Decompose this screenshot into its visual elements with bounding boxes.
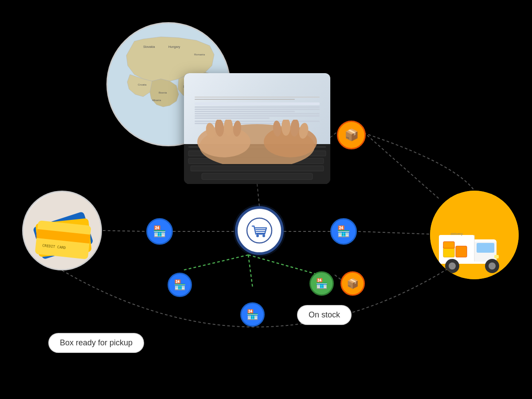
store-icon-left: 🏪 xyxy=(153,225,166,238)
svg-line-8 xyxy=(248,255,253,288)
package-icon-top: 📦 xyxy=(344,128,359,142)
svg-line-1 xyxy=(103,231,146,231)
svg-text:Hungary: Hungary xyxy=(168,45,180,49)
svg-rect-59 xyxy=(494,255,499,258)
svg-point-28 xyxy=(264,126,317,157)
cart-center-bubble[interactable] xyxy=(235,206,284,255)
store-bubble-right[interactable]: 🏪 xyxy=(330,218,357,245)
box-pickup-text: Box ready for pickup xyxy=(60,338,133,347)
on-stock-badge: On stock xyxy=(297,305,352,325)
store-icon-right: 🏪 xyxy=(337,225,350,238)
store-bubble-lower-left[interactable]: 🏪 xyxy=(168,273,192,297)
delivery-van-image: delivery xyxy=(430,191,519,279)
svg-text:delivery: delivery xyxy=(450,232,463,236)
svg-rect-58 xyxy=(443,242,454,248)
package-bubble-lower[interactable]: 📦 xyxy=(340,271,365,296)
store-bubble-left[interactable]: 🏪 xyxy=(146,218,173,245)
store-icon-bottom: 🏪 xyxy=(246,309,258,321)
svg-line-6 xyxy=(364,132,439,199)
svg-point-53 xyxy=(449,262,456,270)
store-bubble-bottom[interactable]: 🏪 xyxy=(240,302,265,327)
svg-rect-51 xyxy=(477,243,494,253)
svg-point-55 xyxy=(489,262,496,270)
svg-text:Bosnia: Bosnia xyxy=(159,91,167,94)
package-icon-lower: 📦 xyxy=(347,278,359,289)
svg-text:Romania: Romania xyxy=(194,53,205,56)
svg-line-0 xyxy=(257,184,259,206)
svg-text:Croatia: Croatia xyxy=(138,83,147,86)
laptop-image xyxy=(184,73,330,184)
svg-point-66 xyxy=(256,235,259,237)
svg-line-5 xyxy=(330,132,337,137)
store-icon-lower-left: 🏪 xyxy=(174,279,186,291)
store-icon-lower-right: 🏪 xyxy=(316,278,328,289)
svg-point-67 xyxy=(262,235,265,237)
svg-line-9 xyxy=(248,255,319,275)
diagram-scene: .dash-line { stroke: #555; stroke-width:… xyxy=(0,0,532,399)
svg-point-62 xyxy=(247,218,272,243)
svg-line-7 xyxy=(182,255,248,270)
package-bubble-top[interactable]: 📦 xyxy=(337,121,366,149)
on-stock-text: On stock xyxy=(309,310,340,319)
svg-text:Slovakia: Slovakia xyxy=(143,45,155,48)
credit-cards-image: CREDIT CARD CREDIT CARD CREDIT CARD xyxy=(22,191,102,270)
box-pickup-badge: Box ready for pickup xyxy=(48,333,144,353)
svg-rect-57 xyxy=(456,246,467,257)
svg-point-27 xyxy=(197,126,250,157)
svg-text:Albania: Albania xyxy=(152,99,161,102)
store-bubble-lower-right[interactable]: 🏪 xyxy=(309,271,334,296)
